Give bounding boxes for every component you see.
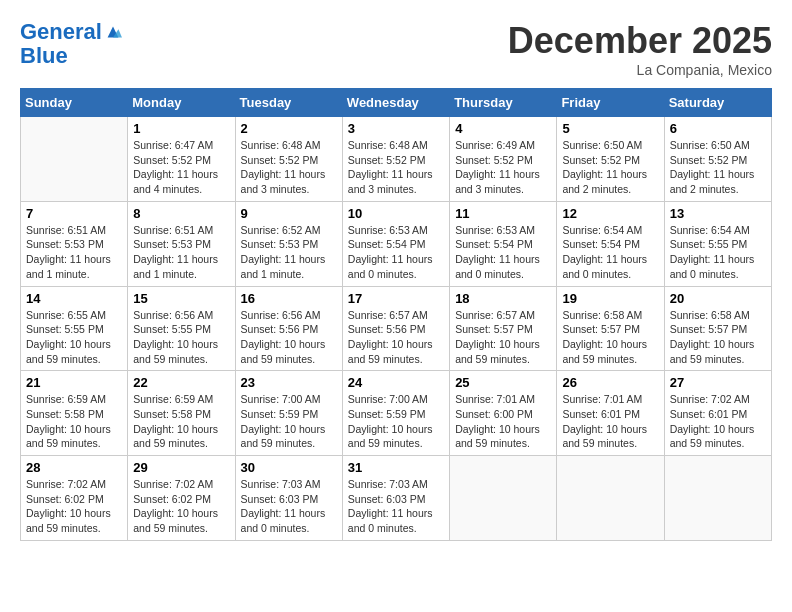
day-number: 30 xyxy=(241,460,337,475)
calendar-week-row: 14Sunrise: 6:55 AMSunset: 5:55 PMDayligh… xyxy=(21,286,772,371)
day-number: 1 xyxy=(133,121,229,136)
day-info: Sunrise: 6:48 AMSunset: 5:52 PMDaylight:… xyxy=(241,138,337,197)
day-number: 18 xyxy=(455,291,551,306)
calendar-week-row: 7Sunrise: 6:51 AMSunset: 5:53 PMDaylight… xyxy=(21,201,772,286)
day-info: Sunrise: 7:00 AMSunset: 5:59 PMDaylight:… xyxy=(348,392,444,451)
day-number: 5 xyxy=(562,121,658,136)
day-number: 29 xyxy=(133,460,229,475)
day-info: Sunrise: 6:51 AMSunset: 5:53 PMDaylight:… xyxy=(26,223,122,282)
day-info: Sunrise: 6:58 AMSunset: 5:57 PMDaylight:… xyxy=(670,308,766,367)
calendar-cell: 4Sunrise: 6:49 AMSunset: 5:52 PMDaylight… xyxy=(450,117,557,202)
calendar-cell: 24Sunrise: 7:00 AMSunset: 5:59 PMDayligh… xyxy=(342,371,449,456)
day-number: 20 xyxy=(670,291,766,306)
day-header: Tuesday xyxy=(235,89,342,117)
calendar-cell: 16Sunrise: 6:56 AMSunset: 5:56 PMDayligh… xyxy=(235,286,342,371)
calendar-cell: 15Sunrise: 6:56 AMSunset: 5:55 PMDayligh… xyxy=(128,286,235,371)
day-info: Sunrise: 6:57 AMSunset: 5:56 PMDaylight:… xyxy=(348,308,444,367)
day-info: Sunrise: 6:55 AMSunset: 5:55 PMDaylight:… xyxy=(26,308,122,367)
day-header: Friday xyxy=(557,89,664,117)
calendar-week-row: 28Sunrise: 7:02 AMSunset: 6:02 PMDayligh… xyxy=(21,456,772,541)
day-header: Wednesday xyxy=(342,89,449,117)
calendar-cell: 26Sunrise: 7:01 AMSunset: 6:01 PMDayligh… xyxy=(557,371,664,456)
day-number: 21 xyxy=(26,375,122,390)
calendar-cell: 7Sunrise: 6:51 AMSunset: 5:53 PMDaylight… xyxy=(21,201,128,286)
day-number: 11 xyxy=(455,206,551,221)
day-number: 13 xyxy=(670,206,766,221)
calendar-cell: 12Sunrise: 6:54 AMSunset: 5:54 PMDayligh… xyxy=(557,201,664,286)
day-number: 26 xyxy=(562,375,658,390)
title-block: December 2025 La Compania, Mexico xyxy=(508,20,772,78)
calendar-cell: 5Sunrise: 6:50 AMSunset: 5:52 PMDaylight… xyxy=(557,117,664,202)
day-number: 25 xyxy=(455,375,551,390)
day-info: Sunrise: 7:02 AMSunset: 6:02 PMDaylight:… xyxy=(133,477,229,536)
calendar-cell: 9Sunrise: 6:52 AMSunset: 5:53 PMDaylight… xyxy=(235,201,342,286)
calendar-week-row: 21Sunrise: 6:59 AMSunset: 5:58 PMDayligh… xyxy=(21,371,772,456)
calendar-cell xyxy=(450,456,557,541)
day-info: Sunrise: 6:59 AMSunset: 5:58 PMDaylight:… xyxy=(26,392,122,451)
day-info: Sunrise: 7:03 AMSunset: 6:03 PMDaylight:… xyxy=(241,477,337,536)
calendar-cell: 6Sunrise: 6:50 AMSunset: 5:52 PMDaylight… xyxy=(664,117,771,202)
day-info: Sunrise: 7:02 AMSunset: 6:02 PMDaylight:… xyxy=(26,477,122,536)
day-number: 27 xyxy=(670,375,766,390)
location: La Compania, Mexico xyxy=(508,62,772,78)
calendar-cell: 20Sunrise: 6:58 AMSunset: 5:57 PMDayligh… xyxy=(664,286,771,371)
day-info: Sunrise: 6:47 AMSunset: 5:52 PMDaylight:… xyxy=(133,138,229,197)
day-info: Sunrise: 6:49 AMSunset: 5:52 PMDaylight:… xyxy=(455,138,551,197)
day-number: 28 xyxy=(26,460,122,475)
day-number: 9 xyxy=(241,206,337,221)
day-info: Sunrise: 6:50 AMSunset: 5:52 PMDaylight:… xyxy=(670,138,766,197)
day-number: 3 xyxy=(348,121,444,136)
calendar-cell: 23Sunrise: 7:00 AMSunset: 5:59 PMDayligh… xyxy=(235,371,342,456)
calendar-cell: 31Sunrise: 7:03 AMSunset: 6:03 PMDayligh… xyxy=(342,456,449,541)
day-number: 12 xyxy=(562,206,658,221)
day-info: Sunrise: 6:59 AMSunset: 5:58 PMDaylight:… xyxy=(133,392,229,451)
day-number: 24 xyxy=(348,375,444,390)
calendar-cell: 17Sunrise: 6:57 AMSunset: 5:56 PMDayligh… xyxy=(342,286,449,371)
day-info: Sunrise: 6:50 AMSunset: 5:52 PMDaylight:… xyxy=(562,138,658,197)
day-info: Sunrise: 6:56 AMSunset: 5:55 PMDaylight:… xyxy=(133,308,229,367)
page-header: General Blue December 2025 La Compania, … xyxy=(20,20,772,78)
day-number: 7 xyxy=(26,206,122,221)
day-info: Sunrise: 7:03 AMSunset: 6:03 PMDaylight:… xyxy=(348,477,444,536)
calendar-cell: 25Sunrise: 7:01 AMSunset: 6:00 PMDayligh… xyxy=(450,371,557,456)
day-number: 4 xyxy=(455,121,551,136)
calendar-header-row: SundayMondayTuesdayWednesdayThursdayFrid… xyxy=(21,89,772,117)
logo-text-blue: Blue xyxy=(20,44,122,68)
calendar-cell: 22Sunrise: 6:59 AMSunset: 5:58 PMDayligh… xyxy=(128,371,235,456)
day-number: 2 xyxy=(241,121,337,136)
day-number: 16 xyxy=(241,291,337,306)
calendar-cell: 13Sunrise: 6:54 AMSunset: 5:55 PMDayligh… xyxy=(664,201,771,286)
day-info: Sunrise: 6:51 AMSunset: 5:53 PMDaylight:… xyxy=(133,223,229,282)
calendar-cell: 30Sunrise: 7:03 AMSunset: 6:03 PMDayligh… xyxy=(235,456,342,541)
day-info: Sunrise: 6:48 AMSunset: 5:52 PMDaylight:… xyxy=(348,138,444,197)
calendar-cell: 1Sunrise: 6:47 AMSunset: 5:52 PMDaylight… xyxy=(128,117,235,202)
calendar-cell: 11Sunrise: 6:53 AMSunset: 5:54 PMDayligh… xyxy=(450,201,557,286)
day-number: 15 xyxy=(133,291,229,306)
calendar-cell: 8Sunrise: 6:51 AMSunset: 5:53 PMDaylight… xyxy=(128,201,235,286)
day-number: 19 xyxy=(562,291,658,306)
day-number: 31 xyxy=(348,460,444,475)
calendar-cell: 29Sunrise: 7:02 AMSunset: 6:02 PMDayligh… xyxy=(128,456,235,541)
day-number: 6 xyxy=(670,121,766,136)
month-title: December 2025 xyxy=(508,20,772,62)
calendar-cell: 14Sunrise: 6:55 AMSunset: 5:55 PMDayligh… xyxy=(21,286,128,371)
day-info: Sunrise: 7:02 AMSunset: 6:01 PMDaylight:… xyxy=(670,392,766,451)
calendar-cell xyxy=(557,456,664,541)
day-header: Monday xyxy=(128,89,235,117)
calendar-cell: 27Sunrise: 7:02 AMSunset: 6:01 PMDayligh… xyxy=(664,371,771,456)
day-info: Sunrise: 6:58 AMSunset: 5:57 PMDaylight:… xyxy=(562,308,658,367)
calendar-table: SundayMondayTuesdayWednesdayThursdayFrid… xyxy=(20,88,772,541)
day-info: Sunrise: 6:56 AMSunset: 5:56 PMDaylight:… xyxy=(241,308,337,367)
day-header: Sunday xyxy=(21,89,128,117)
logo: General Blue xyxy=(20,20,122,68)
calendar-cell: 10Sunrise: 6:53 AMSunset: 5:54 PMDayligh… xyxy=(342,201,449,286)
day-number: 10 xyxy=(348,206,444,221)
calendar-week-row: 1Sunrise: 6:47 AMSunset: 5:52 PMDaylight… xyxy=(21,117,772,202)
calendar-cell: 19Sunrise: 6:58 AMSunset: 5:57 PMDayligh… xyxy=(557,286,664,371)
day-info: Sunrise: 6:53 AMSunset: 5:54 PMDaylight:… xyxy=(348,223,444,282)
calendar-cell xyxy=(21,117,128,202)
day-info: Sunrise: 6:53 AMSunset: 5:54 PMDaylight:… xyxy=(455,223,551,282)
calendar-cell: 3Sunrise: 6:48 AMSunset: 5:52 PMDaylight… xyxy=(342,117,449,202)
calendar-cell: 18Sunrise: 6:57 AMSunset: 5:57 PMDayligh… xyxy=(450,286,557,371)
calendar-body: 1Sunrise: 6:47 AMSunset: 5:52 PMDaylight… xyxy=(21,117,772,541)
